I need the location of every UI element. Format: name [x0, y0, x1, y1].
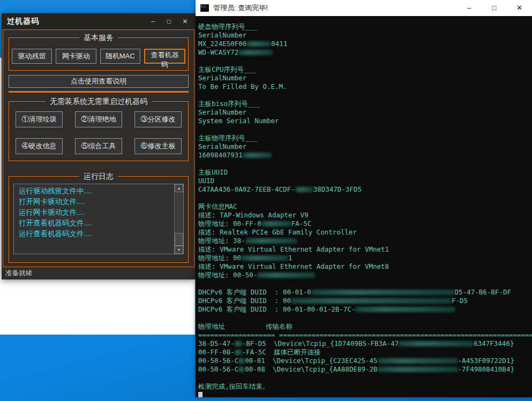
console-line: 物理地址: 38-	[198, 237, 532, 245]
cmd-icon: C:\	[200, 4, 209, 12]
maximize-icon[interactable]: □	[166, 18, 173, 25]
orange-separator	[9, 91, 189, 93]
console-text: DHCPv6 客户端 DUID : 00-01-00-01-2B-7C-	[198, 305, 355, 313]
console-line: System Serial Number	[198, 117, 532, 125]
console-line: 物理地址: 00-50-	[198, 271, 532, 279]
button-driver-residue[interactable]: 驱动残留	[12, 49, 52, 64]
maximize-icon[interactable]: □	[482, 0, 507, 16]
console-window: C:\ 管理员: 查询完毕! – □ ✕ 硬盘物理序列号___SerialNum…	[196, 0, 532, 397]
console-line: 物理地址: 00-FF-0FA-5C	[198, 220, 532, 228]
console-text: 物理地址: 00	[198, 254, 241, 262]
scroll-up-icon[interactable]: ▲	[175, 184, 183, 192]
console-titlebar[interactable]: C:\ 管理员: 查询完毕! – □ ✕	[196, 0, 532, 16]
console-text: 描述: VMware Virtual Ethernet Adapter for …	[198, 245, 389, 253]
scrollbar-thumb[interactable]	[175, 233, 183, 246]
console-line	[198, 57, 532, 65]
button-nic-driver[interactable]: 网卡驱动	[56, 49, 96, 64]
tool-window-client: 基本服务 驱动残留 网卡驱动 随机MAC 查看机器码 点击使用查看说明 无需装系…	[3, 29, 194, 267]
console-line: To Be Filled By O.E.M.	[198, 82, 532, 91]
console-line: 网卡信息MAC	[198, 202, 532, 211]
console-line: 主板UUID	[198, 168, 532, 177]
console-text: DHCPv6 客户端 DUID : 00-01-0	[198, 288, 311, 296]
console-line: 主板物理序列号___	[198, 134, 532, 142]
console-text: MX_224E50F00	[198, 40, 246, 48]
console-text: 主板CPU序列号___	[198, 65, 256, 73]
console-text: 描述: TAP-Windows Adapter V9	[198, 211, 309, 219]
console-text: 00-50-56-C	[198, 365, 238, 373]
console-text: SerialNumber	[198, 31, 246, 39]
console-line: DHCPv6 客户端 DUID : 00-01-00-01-2B-7C-	[198, 305, 532, 314]
redaction-blur	[291, 298, 452, 304]
close-icon[interactable]: ✕	[182, 18, 189, 25]
console-line: 检测完成,按回车结束。	[198, 382, 532, 391]
status-bar: 准备就绪	[2, 267, 196, 279]
log-scrollbar[interactable]: ▲ ▼	[174, 184, 183, 254]
console-line	[198, 91, 532, 100]
redaction-blur	[295, 187, 313, 192]
console-text: 00-50-56-C	[198, 357, 238, 365]
redaction-blur	[378, 358, 458, 364]
console-line: ========================================…	[198, 331, 532, 339]
minimize-icon[interactable]: –	[456, 0, 482, 16]
console-text: 描述: VMware Virtual Ethernet Adapter for …	[198, 262, 389, 270]
console-line: 硬盘物理序列号___	[198, 22, 532, 31]
console-line: C47AA436-0A02-7EEB-4CDF-38D347D-3FD5	[198, 185, 532, 194]
console-line	[198, 279, 532, 288]
console-text: \Device\Tcpip_{AA88DE89-2B	[273, 365, 378, 373]
console-line	[198, 194, 532, 202]
console-text: SerialNumber	[198, 74, 246, 82]
log-listbox[interactable]: 运行驱动残留文件中.... 打开网卡驱动文件.... 运行网卡驱动文件.... …	[13, 184, 184, 254]
console-text: UUID	[198, 177, 214, 185]
scroll-down-icon[interactable]: ▼	[175, 246, 183, 254]
console-line: 物理地址: 001	[198, 254, 532, 262]
console-text: 网卡信息MAC	[198, 202, 237, 210]
help-button[interactable]: 点击使用查看说明	[9, 75, 189, 88]
console-text: 传输名称	[266, 322, 293, 330]
scrollbar-track[interactable]	[175, 192, 183, 246]
redaction-blur	[246, 41, 271, 47]
button-partition-modify[interactable]: ③分区修改	[134, 111, 182, 127]
console-line: DHCPv6 客户端 DUID : 00-01-0D5-47-B6-BF-DF	[198, 288, 532, 297]
button-modify-mainboard[interactable]: ⑥修改主板	[134, 138, 182, 154]
tool-window-titlebar[interactable]: 过机器码 – □ ✕	[2, 13, 196, 29]
button-clean-pubg[interactable]: ②清理绝地	[75, 111, 122, 127]
console-text: ========================================…	[279, 331, 532, 339]
close-icon[interactable]: ✕	[507, 0, 532, 16]
status-text: 准备就绪	[5, 269, 32, 277]
console-text: 主板biso序列号___	[198, 100, 260, 108]
button-clean-junk[interactable]: ①清理垃圾	[16, 111, 63, 127]
console-text: 物理地址: 00-FF-0	[198, 220, 261, 228]
console-text: 物理地址: 00-50-	[198, 271, 257, 279]
redaction-blur	[235, 341, 242, 346]
console-text: -FA-5C	[242, 348, 266, 356]
console-line: 16098407931	[198, 151, 532, 160]
console-line: 物理地址传输名称	[198, 322, 532, 331]
console-text: FA-5C	[291, 220, 312, 228]
redaction-blur	[243, 153, 272, 158]
console-text: 16098407931	[198, 151, 243, 159]
console-line	[198, 374, 532, 382]
console-text: 00-FF-08-	[198, 348, 235, 356]
console-text: \Device\Tcpip_{1D7409B5-FB3A-47	[274, 339, 399, 347]
console-text: 主板物理序列号___	[198, 134, 257, 142]
group-run-log: 运行日志 运行驱动残留文件中.... 打开网卡驱动文件.... 运行网卡驱动文件…	[9, 176, 189, 263]
button-random-mac[interactable]: 随机MAC	[100, 49, 140, 64]
console-text: SerialNumber	[198, 142, 246, 150]
minimize-icon[interactable]: –	[149, 18, 156, 25]
redaction-blur	[245, 238, 297, 244]
button-toolbox[interactable]: ⑤综合工具	[75, 138, 122, 154]
console-line: 00-FF-08--FA-5C媒体已断开连接	[198, 348, 532, 357]
button-view-machine-code[interactable]: 查看机器码	[144, 49, 185, 64]
redaction-blur	[378, 367, 458, 372]
console-line: 描述: Realtek PCIe GbE Family Controller	[198, 228, 532, 237]
console-text: To Be Filled By O.E.M.	[198, 82, 287, 90]
console-text: C47AA436-0A02-7EEB-4CDF-	[198, 185, 295, 193]
console-line: DHCPv6 客户端 DUID : 00F-D5	[198, 297, 532, 305]
console-text: DHCPv6 客户端 DUID : 00	[198, 297, 291, 305]
console-line: UUID	[198, 177, 532, 185]
redaction-blur	[261, 221, 291, 226]
button-hard-modify-info[interactable]: ④硬改信息	[16, 138, 63, 154]
redaction-blur	[238, 50, 273, 55]
tool-window-title: 过机器码	[7, 17, 39, 26]
console-line: SerialNumber	[198, 108, 532, 117]
